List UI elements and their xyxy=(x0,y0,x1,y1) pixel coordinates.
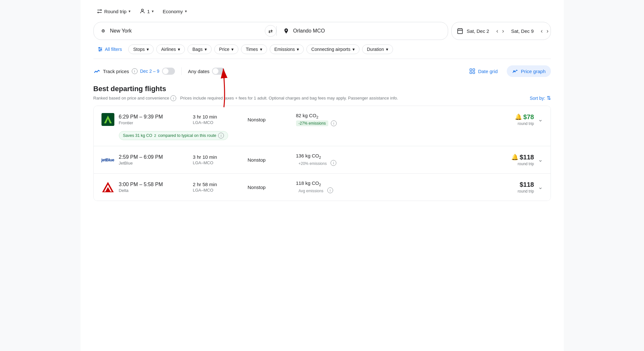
price-graph-label: Price graph xyxy=(521,69,546,74)
flight-row-2[interactable]: jetBlue 2:59 PM – 6:09 PM JetBlue 3 hr 1… xyxy=(94,146,551,174)
savings-badge-1: Saves 31 kg CO2 compared to typical on t… xyxy=(119,131,228,140)
flights-header: Best departing flights Ranked based on p… xyxy=(93,85,551,101)
all-filters-button[interactable]: All filters xyxy=(93,44,126,54)
bags-chevron: ▾ xyxy=(205,47,207,52)
stops-chevron: ▾ xyxy=(147,47,149,52)
airlines-filter[interactable]: Airlines ▾ xyxy=(156,44,185,54)
bags-filter[interactable]: Bags ▾ xyxy=(187,44,212,54)
flight-price-3: $118 round trip ⌄ xyxy=(364,181,544,194)
cabin-class-selector[interactable]: Economy ▾ xyxy=(159,7,190,16)
route-text-3: LGA–MCO xyxy=(193,188,245,193)
track-divider xyxy=(181,67,182,75)
flight-row-3[interactable]: 3:00 PM – 5:58 PM Delta 2 hr 58 min LGA–… xyxy=(94,174,551,201)
any-dates-toggle[interactable] xyxy=(212,68,225,75)
return-date-field[interactable]: Sat, Dec 9 xyxy=(506,28,539,34)
destination-input[interactable] xyxy=(293,28,442,34)
price-amount-1: $78 xyxy=(523,113,534,121)
return-prev-btn[interactable]: ‹ xyxy=(539,26,545,36)
price-label: Price xyxy=(219,47,229,52)
sort-by-label: Sort by: xyxy=(530,96,545,101)
depart-date-field[interactable]: Sat, Dec 2 xyxy=(452,28,494,34)
track-prices-toggle[interactable] xyxy=(162,68,175,75)
swap-button[interactable]: ⇄ xyxy=(265,25,276,37)
duration-label: Duration xyxy=(367,47,384,52)
track-prices-info-icon[interactable]: i xyxy=(132,68,138,74)
svg-point-7 xyxy=(99,47,100,48)
date-grid-label: Date grid xyxy=(478,69,498,74)
passengers-selector[interactable]: 1 ▾ xyxy=(136,6,157,16)
depart-next-btn[interactable]: › xyxy=(500,26,506,36)
airline-logo-jetblue: jetBlue xyxy=(100,152,116,167)
all-filters-label: All filters xyxy=(105,47,122,52)
bags-label: Bags xyxy=(192,47,203,52)
flight-duration-3: 2 hr 58 min LGA–MCO xyxy=(193,182,245,193)
flight-emissions-1: 82 kg CO2 -27% emissions i xyxy=(296,113,360,126)
svg-rect-12 xyxy=(470,72,472,74)
any-dates-group: Any dates xyxy=(188,68,225,75)
stops-label: Stops xyxy=(133,47,145,52)
price-filter[interactable]: Price ▾ xyxy=(214,44,238,54)
flights-price-note: Prices include required taxes + fees for… xyxy=(180,96,398,100)
flight-stops-3: Nonstop xyxy=(248,185,293,190)
trip-type-chevron: ▾ xyxy=(129,9,130,14)
airlines-label: Airlines xyxy=(161,47,176,52)
return-next-btn[interactable]: › xyxy=(545,26,551,36)
emissions-info-1[interactable]: i xyxy=(331,120,337,126)
bag-icon-1: 🔔 xyxy=(515,113,522,120)
airline-name-1: Frontier xyxy=(119,120,190,125)
flight-time-range-1: 6:29 PM – 9:39 PM xyxy=(119,114,190,120)
flight-times-1: 6:29 PM – 9:39 PM Frontier xyxy=(119,114,190,125)
svg-point-8 xyxy=(101,49,101,50)
emissions-text-3: 118 kg CO2 xyxy=(296,180,360,187)
stops-text-3: Nonstop xyxy=(248,185,293,190)
sort-by-button[interactable]: Sort by: ⇅ xyxy=(530,95,551,101)
trip-type-selector[interactable]: Round trip ▾ xyxy=(93,6,134,16)
emissions-info-3[interactable]: i xyxy=(327,187,333,193)
price-amount-3: $118 xyxy=(520,181,534,188)
destination-field[interactable] xyxy=(277,28,448,34)
expand-btn-3[interactable]: ⌄ xyxy=(537,182,544,192)
emissions-info-2[interactable]: i xyxy=(331,160,336,166)
trip-type-label: Round trip xyxy=(104,9,127,14)
passengers-chevron: ▾ xyxy=(152,9,154,14)
times-chevron: ▾ xyxy=(260,47,262,52)
price-graph-button[interactable]: Price graph xyxy=(507,65,551,77)
flights-list: 6:29 PM – 9:39 PM Frontier 3 hr 10 min L… xyxy=(93,106,551,201)
flight-main-row-1: 6:29 PM – 9:39 PM Frontier 3 hr 10 min L… xyxy=(100,112,544,127)
flights-info-icon[interactable]: i xyxy=(170,95,176,101)
date-grid-button[interactable]: Date grid xyxy=(464,65,503,77)
flight-duration-2: 3 hr 10 min LGA–MCO xyxy=(193,154,245,165)
depart-prev-btn[interactable]: ‹ xyxy=(494,26,500,36)
flight-emissions-2: 136 kg CO2 +20% emissions i xyxy=(296,153,360,166)
filter-bar: All filters Stops ▾ Airlines ▾ Bags ▾ Pr… xyxy=(93,44,551,59)
emissions-text-2: 136 kg CO2 xyxy=(296,153,360,159)
expand-btn-1[interactable]: ⌄ xyxy=(537,115,544,124)
origin-field[interactable] xyxy=(94,28,265,34)
stops-filter[interactable]: Stops ▾ xyxy=(128,44,154,54)
savings-info-1[interactable]: i xyxy=(218,133,224,138)
duration-filter[interactable]: Duration ▾ xyxy=(362,44,393,54)
connecting-airports-label: Connecting airports xyxy=(311,47,350,52)
flight-time-range-2: 2:59 PM – 6:09 PM xyxy=(119,154,190,160)
svg-rect-13 xyxy=(473,72,475,74)
destination-pin-icon xyxy=(283,28,289,34)
airline-logo-frontier xyxy=(100,112,116,127)
cabin-class-label: Economy xyxy=(163,9,183,14)
price-label-1: round trip xyxy=(515,121,534,126)
origin-input[interactable] xyxy=(110,28,258,34)
flight-row[interactable]: 6:29 PM – 9:39 PM Frontier 3 hr 10 min L… xyxy=(94,106,551,146)
airline-logo-delta xyxy=(100,179,116,195)
expand-btn-2[interactable]: ⌄ xyxy=(537,155,544,165)
connecting-airports-chevron: ▾ xyxy=(352,47,355,52)
flight-main-row-2: jetBlue 2:59 PM – 6:09 PM JetBlue 3 hr 1… xyxy=(100,152,544,167)
price-label-3: round trip xyxy=(518,189,534,194)
emissions-badge-3: Avg emissions xyxy=(296,188,326,194)
flights-ranked-text: Ranked based on price and convenience xyxy=(93,96,169,100)
emissions-filter[interactable]: Emissions ▾ xyxy=(270,44,304,54)
svg-point-0 xyxy=(141,9,143,11)
times-filter[interactable]: Times ▾ xyxy=(241,44,267,54)
flights-subtitle: Ranked based on price and convenience i … xyxy=(93,95,551,101)
connecting-airports-filter[interactable]: Connecting airports ▾ xyxy=(306,44,359,54)
airlines-chevron: ▾ xyxy=(178,47,180,52)
jetblue-text-logo: jetBlue xyxy=(101,157,114,162)
